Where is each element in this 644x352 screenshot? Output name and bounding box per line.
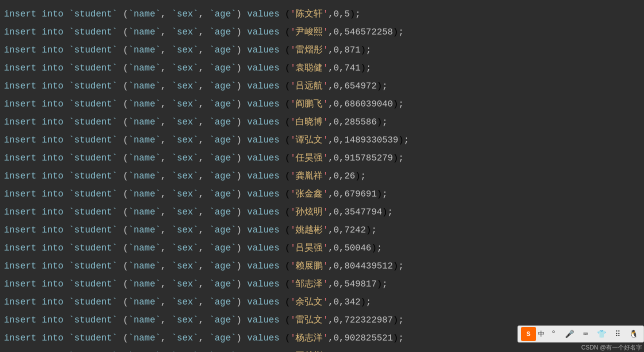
table-row: insert into `student` (`name`, `sex`, `a… <box>0 275 644 293</box>
table-row: insert into `student` (`name`, `sex`, `a… <box>0 5 644 23</box>
keyboard-icon[interactable]: ⌨ <box>578 327 592 341</box>
table-row: insert into `student` (`name`, `sex`, `a… <box>0 77 644 95</box>
table-row: insert into `student` (`name`, `sex`, `a… <box>0 221 644 239</box>
table-row: insert into `student` (`name`, `sex`, `a… <box>0 257 644 275</box>
table-row: insert into `student` (`name`, `sex`, `a… <box>0 167 644 185</box>
taskbar-row[interactable]: S 中 ° 🎤 ⌨ 👕 ⠿ 🐧 <box>518 326 644 342</box>
table-row: insert into `student` (`name`, `sex`, `a… <box>0 203 644 221</box>
table-row: insert into `student` (`name`, `sex`, `a… <box>0 185 644 203</box>
table-row: insert into `student` (`name`, `sex`, `a… <box>0 149 644 167</box>
table-row: insert into `student` (`name`, `sex`, `a… <box>0 239 644 257</box>
table-row: insert into `student` (`name`, `sex`, `a… <box>0 293 644 311</box>
table-row: insert into `student` (`name`, `sex`, `a… <box>0 113 644 131</box>
microphone-icon[interactable]: 🎤 <box>562 327 576 341</box>
table-row: insert into `student` (`name`, `sex`, `a… <box>0 131 644 149</box>
skin-icon[interactable]: 👕 <box>594 327 608 341</box>
table-row: insert into `student` (`name`, `sex`, `a… <box>0 59 644 77</box>
penguin-icon[interactable]: 🐧 <box>626 327 640 341</box>
table-row: insert into `student` (`name`, `sex`, `a… <box>0 95 644 113</box>
table-row: insert into `student` (`name`, `sex`, `a… <box>0 23 644 41</box>
sogou-icon[interactable]: S <box>521 327 536 341</box>
tools-icon[interactable]: ⠿ <box>610 327 624 341</box>
settings-icon[interactable]: ° <box>546 327 560 341</box>
csdn-label: CSDN @有一个好名字 <box>581 344 642 352</box>
table-row: insert into `student` (`name`, `sex`, `a… <box>0 41 644 59</box>
input-mode-label[interactable]: 中 <box>538 330 544 338</box>
taskbar-wrapper: S 中 ° 🎤 ⌨ 👕 ⠿ 🐧 CSDN @有一个好名字 <box>518 326 644 352</box>
code-area: insert into `student` (`name`, `sex`, `a… <box>0 0 644 352</box>
